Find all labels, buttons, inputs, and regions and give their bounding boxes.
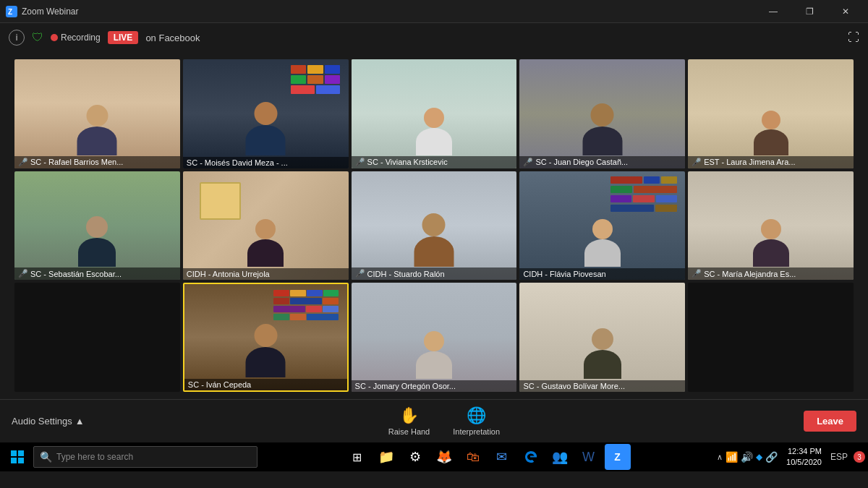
video-grid: 🎤 SC - Rafael Barrios Men... SC - Moisés…	[14, 59, 854, 392]
muted-icon-10: 🎤	[692, 269, 702, 278]
search-icon: 🔍	[40, 451, 52, 463]
raise-hand-button[interactable]: ✋ Raise Hand	[388, 406, 430, 436]
search-placeholder: Type here to search	[56, 452, 133, 462]
svg-text:Z: Z	[8, 8, 12, 16]
video-cell-8[interactable]: 🎤 CIDH - Stuardo Ralón	[352, 171, 517, 281]
settings-taskbar-button[interactable]: ⚙	[402, 444, 428, 470]
zoom-taskbar-button[interactable]: Z	[605, 444, 631, 470]
clock-display: 12:34 PM 10/5/2020	[780, 446, 827, 468]
windows-taskbar: 🔍 Type here to search ⊞ 📁 ⚙ 🦊 🛍 ✉ 👥 W Z	[0, 442, 868, 471]
svg-rect-4	[11, 458, 17, 463]
video-cell-1[interactable]: 🎤 SC - Rafael Barrios Men...	[14, 59, 180, 168]
video-cell-7[interactable]: CIDH - Antonia Urrejola	[183, 171, 349, 281]
volume-icon[interactable]: 🔊	[741, 451, 753, 463]
muted-icon-6: 🎤	[18, 269, 28, 278]
video-cell-12[interactable]: SC - Jomary Ortegón Osor...	[352, 283, 517, 392]
svg-rect-3	[18, 450, 24, 456]
video-cell-empty2	[688, 283, 854, 392]
audio-settings-button[interactable]: Audio Settings ▲	[12, 416, 85, 427]
zoom-icon: Z	[6, 6, 17, 17]
video-cell-11[interactable]: SC - Iván Cepeda	[183, 283, 349, 392]
word-button[interactable]: W	[576, 444, 602, 470]
participant-label-13: SC - Gustavo Bolívar More...	[519, 380, 685, 392]
muted-icon-5: 🎤	[692, 158, 702, 167]
muted-icon-1: 🎤	[18, 158, 28, 167]
video-cell-4[interactable]: 🎤 SC - Juan Diego Castañ...	[519, 59, 685, 168]
participant-label-11: SC - Iván Cepeda	[184, 379, 347, 390]
minimize-button[interactable]: —	[757, 0, 790, 23]
system-tray: ∧ 📶 🔊 ◆ 🔗 12:34 PM 10/5/2020 ESP 3	[717, 446, 865, 468]
windows-icon	[10, 450, 25, 464]
bottom-toolbar: Audio Settings ▲ ✋ Raise Hand 🌐 Interpre…	[0, 399, 868, 442]
video-cell-10[interactable]: 🎤 SC - María Alejandra Es...	[688, 171, 854, 281]
start-button[interactable]	[3, 442, 32, 471]
muted-icon-3: 🎤	[355, 158, 365, 167]
svg-rect-2	[11, 450, 17, 456]
participant-label-7: CIDH - Antonia Urrejola	[183, 268, 349, 280]
zoom-toolbar: i 🛡 Recording LIVE on Facebook ⛶	[0, 23, 868, 52]
recording-dot	[51, 34, 58, 41]
video-cell-6[interactable]: 🎤 SC - Sebastián Escobar...	[14, 171, 180, 281]
video-cell-9[interactable]: CIDH - Flávia Piovesan	[519, 171, 685, 281]
chevron-up-icon: ▲	[75, 416, 85, 427]
participant-label-12: SC - Jomary Ortegón Osor...	[352, 380, 517, 392]
recording-badge: Recording	[51, 33, 101, 43]
network-icon: 📶	[726, 451, 738, 463]
interpretation-icon: 🌐	[467, 406, 486, 425]
file-explorer-button[interactable]: 📁	[373, 444, 399, 470]
edge-icon	[524, 450, 538, 464]
tray-chevron[interactable]: ∧	[717, 453, 723, 462]
participant-label-4: 🎤 SC - Juan Diego Castañ...	[519, 156, 685, 168]
taskbar-icons: ⊞ 📁 ⚙ 🦊 🛍 ✉ 👥 W Z	[259, 444, 715, 470]
title-bar: Z Zoom Webinar — ❐ ✕	[0, 0, 868, 23]
dropbox-icon: ◆	[756, 452, 762, 462]
participant-label-6: 🎤 SC - Sebastián Escobar...	[14, 267, 180, 280]
participant-label-10: 🎤 SC - María Alejandra Es...	[688, 267, 854, 280]
video-cell-empty	[14, 283, 180, 392]
svg-rect-5	[18, 458, 24, 463]
interpretation-button[interactable]: 🌐 Interpretation	[453, 406, 500, 436]
taskview-button[interactable]: ⊞	[344, 444, 370, 470]
shield-icon: 🛡	[32, 31, 43, 44]
close-button[interactable]: ✕	[829, 0, 862, 23]
mail-button[interactable]: ✉	[489, 444, 515, 470]
participant-label-2: SC - Moisés David Meza - ...	[183, 157, 349, 168]
participant-label-5: 🎤 EST - Laura Jimena Ara...	[688, 156, 854, 168]
link-icon: 🔗	[765, 451, 778, 463]
title-bar-controls: — ❐ ✕	[757, 0, 862, 23]
muted-icon-8: 🎤	[355, 269, 365, 278]
participant-label-9: CIDH - Flávia Piovesan	[519, 268, 685, 280]
video-cell-13[interactable]: SC - Gustavo Bolívar More...	[519, 283, 685, 392]
raise-hand-icon: ✋	[399, 406, 419, 425]
live-on-facebook-text: on Facebook	[145, 33, 200, 43]
video-cell-2[interactable]: SC - Moisés David Meza - ...	[183, 59, 349, 168]
audio-settings-label: Audio Settings	[12, 416, 72, 427]
firefox-button[interactable]: 🦊	[431, 444, 457, 470]
title-bar-left: Z Zoom Webinar	[6, 6, 78, 17]
video-cell-3[interactable]: 🎤 SC - Viviana Krsticevic	[352, 59, 517, 168]
search-bar[interactable]: 🔍 Type here to search	[33, 446, 258, 468]
participant-label-3: 🎤 SC - Viviana Krsticevic	[352, 156, 517, 168]
video-cell-5[interactable]: 🎤 EST - Laura Jimena Ara...	[688, 59, 854, 168]
muted-icon-4: 🎤	[523, 158, 533, 167]
maximize-button[interactable]: ❐	[793, 0, 826, 23]
fullscreen-button[interactable]: ⛶	[848, 31, 859, 44]
video-area: 🎤 SC - Rafael Barrios Men... SC - Moisés…	[0, 52, 868, 399]
live-badge: LIVE	[108, 31, 139, 44]
leave-button[interactable]: Leave	[804, 411, 856, 432]
notification-badge[interactable]: 3	[854, 451, 865, 463]
info-button[interactable]: i	[9, 30, 25, 46]
participant-label-1: 🎤 SC - Rafael Barrios Men...	[14, 156, 180, 168]
edge-button[interactable]	[518, 444, 544, 470]
bottom-center-controls: ✋ Raise Hand 🌐 Interpretation	[388, 406, 500, 436]
teams-button[interactable]: 👥	[547, 444, 573, 470]
language-display: ESP	[830, 452, 851, 462]
store-button[interactable]: 🛍	[460, 444, 486, 470]
participant-label-8: 🎤 CIDH - Stuardo Ralón	[352, 267, 517, 280]
window-title: Zoom Webinar	[22, 7, 78, 17]
